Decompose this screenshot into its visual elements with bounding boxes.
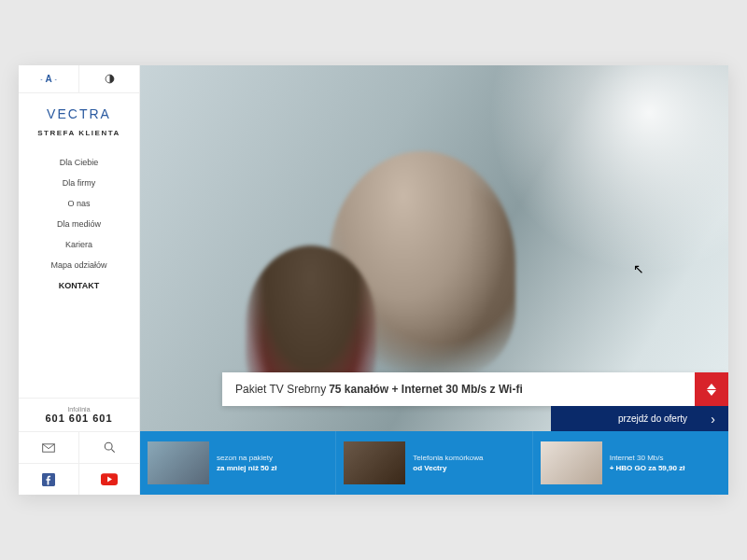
nav-item-kontakt[interactable]: KONTAKT xyxy=(19,275,139,296)
promo-1-line2: za mniej niż 50 zł xyxy=(217,463,276,473)
contrast-toggle[interactable] xyxy=(79,65,139,92)
sidebar-subheading: STREFA KLIENTA xyxy=(19,129,139,137)
contrast-icon xyxy=(105,74,115,84)
promo-1-line1: sezon na pakiety xyxy=(217,453,276,463)
hero-area: ↖ Pakiet TV Srebrny 75 kanałów + Interne… xyxy=(140,65,728,495)
page-root: - A - VECTRA STREFA KLIENTA Dla Ciebie D… xyxy=(19,65,728,495)
mouse-cursor: ↖ xyxy=(633,261,644,276)
nav-item-o-nas[interactable]: O nas xyxy=(19,193,139,214)
promo-thumb-1 xyxy=(148,441,209,484)
chevron-up-icon xyxy=(707,384,716,389)
social-row xyxy=(19,463,139,495)
promo-text-3: Internet 30 Mb/s + HBO GO za 59,90 zł xyxy=(610,453,685,473)
utility-row-1 xyxy=(19,431,139,463)
promo-text-2: Telefonia komórkowa od Vectry xyxy=(413,453,483,473)
search-icon xyxy=(104,441,116,454)
promo-tiles: sezon na pakiety za mniej niż 50 zł Tele… xyxy=(140,431,728,495)
promo-2-line1: Telefonia komórkowa xyxy=(413,453,483,463)
youtube-link[interactable] xyxy=(79,464,139,495)
helpline-number[interactable]: 601 601 601 xyxy=(19,413,139,424)
promo-thumb-3 xyxy=(541,441,602,484)
offer-cta-button[interactable]: przejdź do oferty xyxy=(551,406,728,431)
promo-3-line1: Internet 30 Mb/s xyxy=(610,453,685,463)
sidebar: - A - VECTRA STREFA KLIENTA Dla Ciebie D… xyxy=(19,65,140,495)
offer-bar: Pakiet TV Srebrny 75 kanałów + Internet … xyxy=(222,372,728,406)
helpline-box: Infolinia 601 601 601 xyxy=(19,398,139,431)
mail-icon xyxy=(42,443,55,453)
helpline-label: Infolinia xyxy=(19,406,139,413)
offer-text: Pakiet TV Srebrny 75 kanałów + Internet … xyxy=(222,372,695,406)
brand-logo[interactable]: VECTRA xyxy=(19,93,139,129)
chevron-down-icon xyxy=(707,390,716,396)
promo-2-line2: od Vectry xyxy=(413,463,483,473)
promo-text-1: sezon na pakiety za mniej niż 50 zł xyxy=(217,453,276,473)
offer-details: 75 kanałów + Internet 30 Mb/s z Wi-fi xyxy=(329,383,523,396)
font-size-control[interactable]: - A - xyxy=(19,65,79,92)
nav-item-mapa-odzialow[interactable]: Mapa odziałów xyxy=(19,255,139,275)
nav-item-dla-mediow[interactable]: Dla mediów xyxy=(19,214,139,234)
promo-tile-1[interactable]: sezon na pakiety za mniej niż 50 zł xyxy=(140,431,336,495)
facebook-link[interactable] xyxy=(19,464,79,495)
promo-3-line2: + HBO GO za 59,90 zł xyxy=(610,463,685,473)
nav-item-kariera[interactable]: Kariera xyxy=(19,234,139,255)
promo-tile-2[interactable]: Telefonia komórkowa od Vectry xyxy=(336,431,532,495)
offer-prefix: Pakiet TV Srebrny xyxy=(235,383,326,396)
svg-line-3 xyxy=(111,449,114,452)
promo-tile-3[interactable]: Internet 30 Mb/s + HBO GO za 59,90 zł xyxy=(533,431,728,495)
youtube-icon xyxy=(101,473,118,485)
main-nav: Dla Ciebie Dla firmy O nas Dla mediów Ka… xyxy=(19,152,139,398)
nav-item-dla-ciebie[interactable]: Dla Ciebie xyxy=(19,152,139,173)
nav-item-dla-firmy[interactable]: Dla firmy xyxy=(19,173,139,193)
accessibility-bar: - A - xyxy=(19,65,139,93)
offer-cta-label: przejdź do oferty xyxy=(618,413,687,424)
promo-thumb-2 xyxy=(344,441,405,484)
facebook-icon xyxy=(42,473,55,486)
search-button[interactable] xyxy=(79,432,139,463)
svg-point-2 xyxy=(105,442,112,450)
mail-button[interactable] xyxy=(19,432,79,463)
offer-updown-control[interactable] xyxy=(695,372,728,406)
